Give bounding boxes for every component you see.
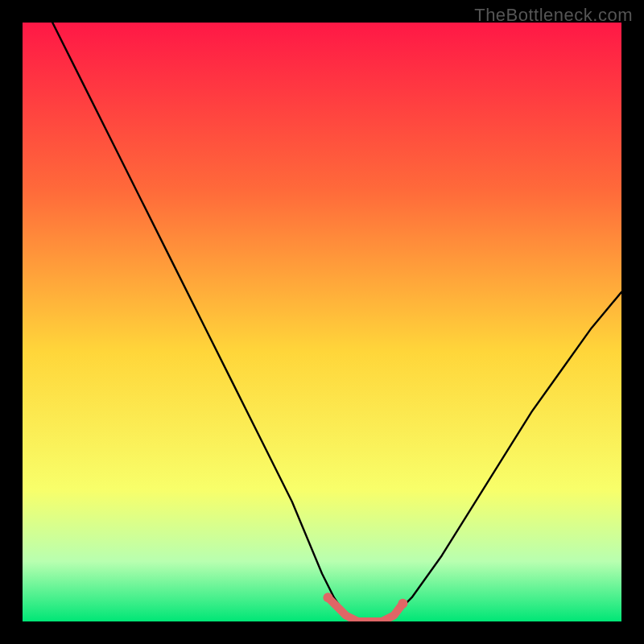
gradient-background — [23, 23, 621, 621]
bottleneck-chart — [23, 23, 621, 621]
watermark-text: TheBottleneck.com — [474, 5, 633, 26]
trough-endpoint-right — [398, 599, 407, 609]
trough-endpoint-left — [323, 592, 332, 602]
